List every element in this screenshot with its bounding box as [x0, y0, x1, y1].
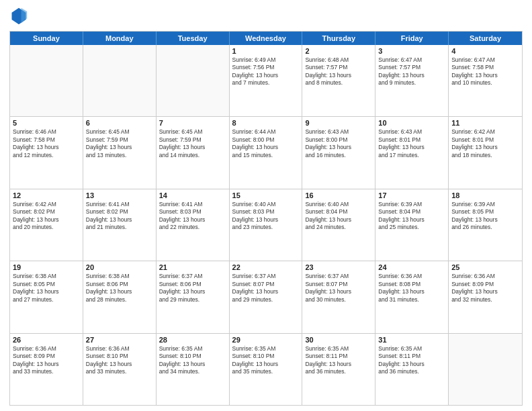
table-row: 12Sunrise: 6:42 AM Sunset: 8:02 PM Dayli…	[10, 189, 83, 261]
week-row-3: 12Sunrise: 6:42 AM Sunset: 8:02 PM Dayli…	[10, 189, 522, 261]
day-info: Sunrise: 6:39 AM Sunset: 8:04 PM Dayligh…	[378, 201, 445, 232]
day-info: Sunrise: 6:48 AM Sunset: 7:57 PM Dayligh…	[305, 56, 372, 87]
day-number: 4	[451, 47, 519, 55]
calendar-body: 1Sunrise: 6:49 AM Sunset: 7:56 PM Daylig…	[10, 45, 522, 405]
day-info: Sunrise: 6:41 AM Sunset: 8:03 PM Dayligh…	[159, 201, 226, 232]
day-info: Sunrise: 6:35 AM Sunset: 8:10 PM Dayligh…	[159, 345, 226, 376]
table-row: 3Sunrise: 6:47 AM Sunset: 7:57 PM Daylig…	[375, 45, 449, 116]
header-day-tuesday: Tuesday	[157, 32, 230, 45]
day-info: Sunrise: 6:45 AM Sunset: 7:59 PM Dayligh…	[159, 128, 226, 159]
day-info: Sunrise: 6:46 AM Sunset: 7:58 PM Dayligh…	[13, 128, 80, 159]
week-row-4: 19Sunrise: 6:38 AM Sunset: 8:05 PM Dayli…	[10, 261, 522, 332]
day-info: Sunrise: 6:40 AM Sunset: 8:04 PM Dayligh…	[305, 201, 372, 232]
table-row	[157, 45, 230, 116]
table-row: 4Sunrise: 6:47 AM Sunset: 7:58 PM Daylig…	[449, 45, 522, 116]
day-number: 8	[232, 119, 300, 127]
day-info: Sunrise: 6:49 AM Sunset: 7:56 PM Dayligh…	[232, 56, 300, 87]
day-number: 24	[378, 263, 445, 271]
header	[9, 7, 523, 26]
table-row: 20Sunrise: 6:38 AM Sunset: 8:06 PM Dayli…	[83, 261, 157, 332]
day-number: 15	[232, 191, 300, 199]
table-row: 6Sunrise: 6:45 AM Sunset: 7:59 PM Daylig…	[83, 117, 157, 188]
header-day-monday: Monday	[83, 32, 157, 45]
day-number: 29	[232, 336, 300, 344]
day-info: Sunrise: 6:37 AM Sunset: 8:07 PM Dayligh…	[232, 273, 300, 304]
day-number: 6	[86, 119, 153, 127]
calendar: SundayMondayTuesdayWednesdayThursdayFrid…	[9, 31, 523, 406]
day-info: Sunrise: 6:36 AM Sunset: 8:09 PM Dayligh…	[13, 345, 80, 376]
day-info: Sunrise: 6:41 AM Sunset: 8:02 PM Dayligh…	[86, 201, 153, 232]
day-number: 20	[86, 263, 153, 271]
day-number: 23	[305, 263, 372, 271]
day-info: Sunrise: 6:35 AM Sunset: 8:11 PM Dayligh…	[305, 345, 372, 376]
day-info: Sunrise: 6:40 AM Sunset: 8:03 PM Dayligh…	[232, 201, 300, 232]
day-info: Sunrise: 6:37 AM Sunset: 8:07 PM Dayligh…	[305, 273, 372, 304]
page: SundayMondayTuesdayWednesdayThursdayFrid…	[0, 0, 532, 411]
table-row: 21Sunrise: 6:37 AM Sunset: 8:06 PM Dayli…	[157, 261, 230, 332]
header-day-friday: Friday	[375, 32, 449, 45]
day-info: Sunrise: 6:42 AM Sunset: 8:02 PM Dayligh…	[13, 201, 80, 232]
table-row: 8Sunrise: 6:44 AM Sunset: 8:00 PM Daylig…	[230, 117, 303, 188]
day-number: 11	[451, 119, 519, 127]
day-number: 30	[305, 336, 372, 344]
day-number: 13	[86, 191, 153, 199]
day-info: Sunrise: 6:45 AM Sunset: 7:59 PM Dayligh…	[86, 128, 153, 159]
table-row: 28Sunrise: 6:35 AM Sunset: 8:10 PM Dayli…	[157, 334, 230, 405]
logo-icon	[9, 7, 28, 26]
day-info: Sunrise: 6:36 AM Sunset: 8:09 PM Dayligh…	[451, 273, 519, 304]
day-info: Sunrise: 6:38 AM Sunset: 8:06 PM Dayligh…	[86, 273, 153, 304]
day-number: 10	[378, 119, 445, 127]
logo	[9, 7, 31, 26]
day-number: 31	[378, 336, 445, 344]
day-number: 7	[159, 119, 226, 127]
table-row: 10Sunrise: 6:43 AM Sunset: 8:01 PM Dayli…	[375, 117, 449, 188]
table-row: 11Sunrise: 6:42 AM Sunset: 8:01 PM Dayli…	[449, 117, 522, 188]
table-row: 24Sunrise: 6:36 AM Sunset: 8:08 PM Dayli…	[375, 261, 449, 332]
table-row: 13Sunrise: 6:41 AM Sunset: 8:02 PM Dayli…	[83, 189, 157, 261]
day-number: 5	[13, 119, 80, 127]
day-info: Sunrise: 6:47 AM Sunset: 7:58 PM Dayligh…	[451, 56, 519, 87]
table-row: 22Sunrise: 6:37 AM Sunset: 8:07 PM Dayli…	[230, 261, 303, 332]
table-row: 29Sunrise: 6:35 AM Sunset: 8:10 PM Dayli…	[230, 334, 303, 405]
table-row: 9Sunrise: 6:43 AM Sunset: 8:00 PM Daylig…	[302, 117, 375, 188]
table-row: 14Sunrise: 6:41 AM Sunset: 8:03 PM Dayli…	[157, 189, 230, 261]
day-number: 21	[159, 263, 226, 271]
day-info: Sunrise: 6:35 AM Sunset: 8:11 PM Dayligh…	[378, 345, 445, 376]
week-row-1: 1Sunrise: 6:49 AM Sunset: 7:56 PM Daylig…	[10, 45, 522, 116]
day-info: Sunrise: 6:43 AM Sunset: 8:00 PM Dayligh…	[305, 128, 372, 159]
table-row: 17Sunrise: 6:39 AM Sunset: 8:04 PM Dayli…	[375, 189, 449, 261]
table-row: 18Sunrise: 6:39 AM Sunset: 8:05 PM Dayli…	[449, 189, 522, 261]
table-row: 25Sunrise: 6:36 AM Sunset: 8:09 PM Dayli…	[449, 261, 522, 332]
day-info: Sunrise: 6:36 AM Sunset: 8:10 PM Dayligh…	[86, 345, 153, 376]
table-row: 23Sunrise: 6:37 AM Sunset: 8:07 PM Dayli…	[302, 261, 375, 332]
day-number: 2	[305, 47, 372, 55]
svg-marker-1	[21, 8, 28, 24]
day-number: 22	[232, 263, 300, 271]
table-row: 5Sunrise: 6:46 AM Sunset: 7:58 PM Daylig…	[10, 117, 83, 188]
day-info: Sunrise: 6:43 AM Sunset: 8:01 PM Dayligh…	[378, 128, 445, 159]
day-number: 14	[159, 191, 226, 199]
table-row	[10, 45, 83, 116]
day-info: Sunrise: 6:35 AM Sunset: 8:10 PM Dayligh…	[232, 345, 300, 376]
calendar-header: SundayMondayTuesdayWednesdayThursdayFrid…	[10, 32, 522, 45]
table-row: 26Sunrise: 6:36 AM Sunset: 8:09 PM Dayli…	[10, 334, 83, 405]
week-row-5: 26Sunrise: 6:36 AM Sunset: 8:09 PM Dayli…	[10, 333, 522, 405]
header-day-sunday: Sunday	[10, 32, 83, 45]
table-row: 1Sunrise: 6:49 AM Sunset: 7:56 PM Daylig…	[230, 45, 303, 116]
table-row: 7Sunrise: 6:45 AM Sunset: 7:59 PM Daylig…	[157, 117, 230, 188]
table-row: 16Sunrise: 6:40 AM Sunset: 8:04 PM Dayli…	[302, 189, 375, 261]
table-row	[83, 45, 157, 116]
day-info: Sunrise: 6:36 AM Sunset: 8:08 PM Dayligh…	[378, 273, 445, 304]
day-number: 27	[86, 336, 153, 344]
day-number: 12	[13, 191, 80, 199]
day-number: 17	[378, 191, 445, 199]
day-number: 19	[13, 263, 80, 271]
header-day-saturday: Saturday	[449, 32, 522, 45]
day-info: Sunrise: 6:47 AM Sunset: 7:57 PM Dayligh…	[378, 56, 445, 87]
day-number: 18	[451, 191, 519, 199]
day-number: 25	[451, 263, 519, 271]
table-row: 2Sunrise: 6:48 AM Sunset: 7:57 PM Daylig…	[302, 45, 375, 116]
header-day-wednesday: Wednesday	[230, 32, 303, 45]
day-number: 16	[305, 191, 372, 199]
table-row: 19Sunrise: 6:38 AM Sunset: 8:05 PM Dayli…	[10, 261, 83, 332]
